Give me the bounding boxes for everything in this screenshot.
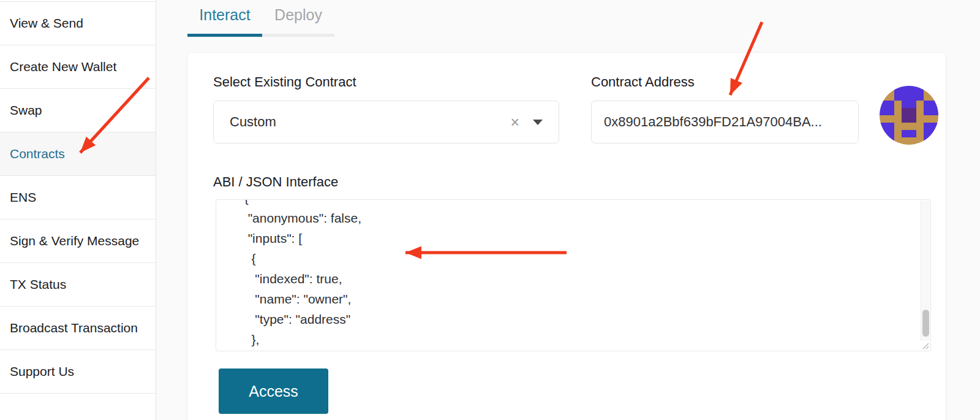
- sidebar-item-support-us[interactable]: Support Us: [0, 350, 156, 394]
- existing-contract-select-value: Custom: [230, 114, 276, 130]
- abi-scrollbar-thumb[interactable]: [922, 310, 929, 337]
- sidebar-item-label: Contracts: [10, 147, 65, 161]
- tab-underline-track: [262, 34, 334, 37]
- sidebar-nav: View & SendCreate New WalletSwapContract…: [0, 2, 156, 394]
- sidebar-item-create-new-wallet[interactable]: Create New Wallet: [0, 45, 156, 89]
- identicon-grid: [880, 86, 938, 145]
- identicon-avatar: [880, 86, 938, 145]
- sidebar-item-sign-verify-message[interactable]: Sign & Verify Message: [0, 220, 156, 263]
- abi-json-interface-label: ABI / JSON Interface: [213, 174, 338, 190]
- sidebar-item-label: View & Send: [10, 16, 83, 31]
- sidebar-item-label: Support Us: [10, 364, 74, 379]
- sidebar: View & SendCreate New WalletSwapContract…: [0, 0, 156, 420]
- sidebar-item-contracts[interactable]: Contracts: [0, 132, 156, 176]
- tab-interact-label: Interact: [199, 6, 250, 24]
- sidebar-item-label: ENS: [10, 190, 36, 205]
- abi-json-text: { "anonymous": false, "inputs": [ { "ind…: [216, 199, 930, 349]
- sidebar-item-label: Broadcast Transaction: [10, 321, 138, 335]
- sidebar-item-label: TX Status: [10, 277, 66, 292]
- sidebar-item-broadcast-transaction[interactable]: Broadcast Transaction: [0, 307, 156, 350]
- sidebar-item-label: Sign & Verify Message: [10, 234, 139, 248]
- sidebar-item-tx-status[interactable]: TX Status: [0, 263, 156, 307]
- tab-deploy[interactable]: Deploy: [262, 6, 334, 34]
- abi-json-textarea[interactable]: { "anonymous": false, "inputs": [ { "ind…: [216, 199, 931, 351]
- sidebar-item-label: Swap: [10, 103, 42, 118]
- existing-contract-select[interactable]: Custom ×: [213, 101, 559, 143]
- contract-address-input[interactable]: [591, 101, 859, 143]
- tab-active-underline: [187, 34, 262, 37]
- select-existing-contract-label: Select Existing Contract: [213, 74, 356, 90]
- sidebar-item-label: Create New Wallet: [10, 59, 116, 74]
- resize-handle-icon[interactable]: [921, 341, 930, 350]
- chevron-down-icon[interactable]: [533, 120, 543, 125]
- access-button[interactable]: Access: [219, 368, 328, 414]
- sidebar-item-swap[interactable]: Swap: [0, 89, 156, 132]
- sidebar-item-view-send[interactable]: View & Send: [0, 2, 156, 45]
- contract-address-label: Contract Address: [591, 74, 695, 90]
- abi-scrollbar-track[interactable]: [921, 200, 930, 350]
- clear-icon[interactable]: ×: [510, 115, 519, 130]
- tab-deploy-label: Deploy: [274, 6, 322, 24]
- sidebar-item-ens[interactable]: ENS: [0, 176, 156, 220]
- tab-interact[interactable]: Interact: [187, 6, 262, 34]
